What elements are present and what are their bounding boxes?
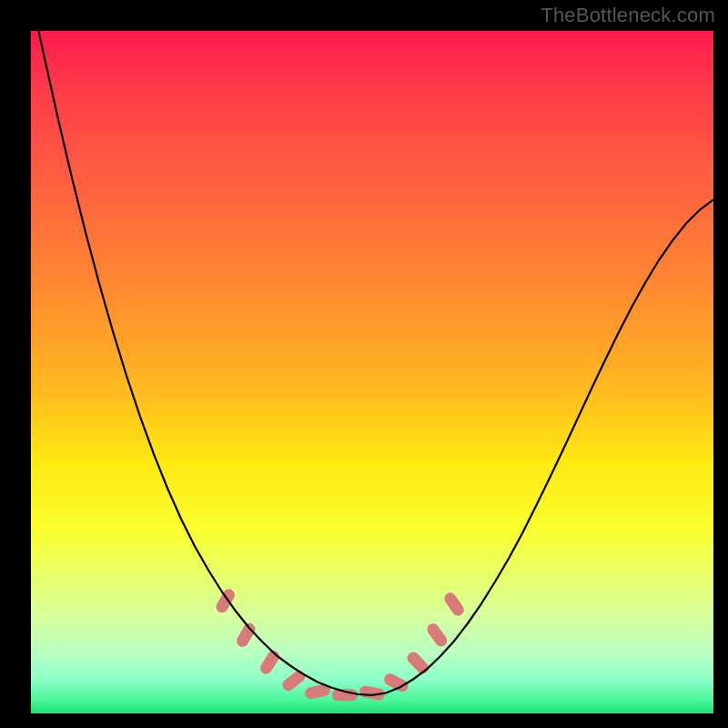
curve-marker xyxy=(425,622,450,649)
chart-frame: TheBottleneck.com xyxy=(0,0,728,728)
chart-svg xyxy=(31,31,713,713)
data-markers xyxy=(214,587,466,701)
curve-marker xyxy=(442,591,466,618)
curve-marker xyxy=(214,587,237,615)
plot-area xyxy=(31,31,713,713)
curve-marker xyxy=(280,668,308,693)
watermark-text: TheBottleneck.com xyxy=(541,4,715,27)
curve-marker xyxy=(405,650,431,676)
curve-marker xyxy=(258,648,282,676)
bottleneck-curve xyxy=(31,31,713,695)
